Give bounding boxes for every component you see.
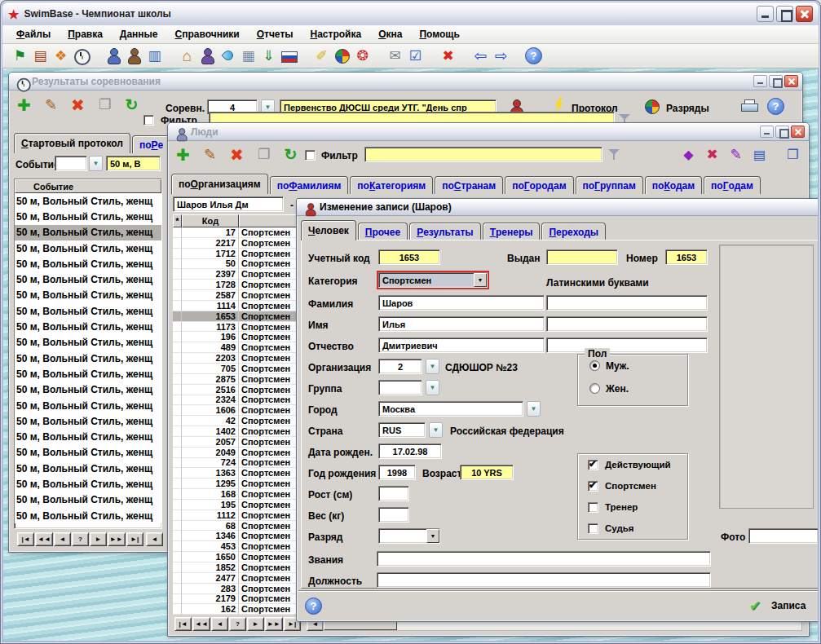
events-list-header[interactable]: Событие [15,179,161,193]
org-dropdown-button[interactable]: ▼ [426,359,439,374]
dialog-tab[interactable]: Человек [301,220,356,240]
group-dropdown-button[interactable]: ▼ [426,380,439,395]
nav-button[interactable]: ◄◄ [35,532,53,546]
sex-option[interactable]: Муж. [589,359,687,377]
filter-clear-icon[interactable]: ✖ [702,144,722,165]
edit-button[interactable]: ✎ [200,144,220,165]
person-icon[interactable] [104,46,124,66]
dialog-tab[interactable]: Переходы [541,223,606,240]
event-row[interactable]: 50 м, Вольный Стиль, женщ [15,193,161,209]
refresh-button[interactable]: ↻ [121,95,142,115]
checkbox[interactable] [588,481,598,492]
weight-field[interactable] [378,507,409,523]
surname-field[interactable]: Шаров [378,295,545,311]
checklist-icon[interactable]: ☑ [405,46,426,66]
flag-option[interactable]: Действующий [588,460,687,475]
flag-icon[interactable]: ⚑ [10,46,30,66]
birthdate-field[interactable]: 17.02.98 [378,443,442,459]
country-dropdown-button[interactable]: ▼ [429,422,443,438]
patronymic-field[interactable]: Дмитриевич [378,337,545,353]
results-minimize-button[interactable] [753,75,767,87]
height-field[interactable] [378,486,409,501]
medal-icon[interactable]: ❂ [352,46,373,66]
people-filter-checkbox[interactable] [305,150,316,161]
patronymic-latin-field[interactable] [546,337,708,353]
event-row[interactable]: 50 м, Вольный Стиль, женщ [15,366,161,382]
age-field[interactable]: 10 YRS [460,465,514,480]
pie-chart-icon[interactable] [332,46,352,66]
checkbox[interactable] [588,460,598,470]
russia-flag-icon[interactable] [279,46,299,66]
add-button[interactable]: ✚ [14,95,34,115]
category-combo[interactable]: Спортсмен ▼ [378,272,488,288]
event-row[interactable]: 50 м, Вольный Стиль, женщ [15,382,161,398]
event-row[interactable]: 50 м, Вольный Стиль, женщ [15,445,161,461]
event-dropdown-button[interactable]: ▼ [89,156,103,171]
grades-button[interactable]: Разряды [666,103,709,114]
group-field[interactable] [378,380,422,395]
structure-icon[interactable]: ❖ [51,46,71,66]
clock-icon[interactable] [71,46,91,66]
maximize-button[interactable] [776,6,793,22]
menu-item[interactable]: Справочники [175,29,240,40]
city-field[interactable]: Москва [378,401,523,417]
filter-edit-icon[interactable]: ✎ [726,144,746,165]
help-icon[interactable] [523,46,544,66]
dialog-tab[interactable]: Тренеры [483,223,541,240]
water-drop-icon[interactable] [218,46,238,66]
flag-option[interactable]: Спортсмен [588,481,687,496]
people-tab[interactable]: по Организациям [171,174,268,194]
people-funnel-icon[interactable] [608,148,620,161]
event-value-field[interactable]: 50 м, В [106,156,161,171]
radio[interactable] [589,360,600,371]
people-tab[interactable]: по Кодам [645,176,702,194]
people-filter-field[interactable] [364,147,603,162]
add-button[interactable]: ✚ [173,144,193,165]
ruler-icon[interactable]: ✐ [311,46,332,66]
nav-button[interactable]: ►| [126,532,143,546]
minimize-button[interactable] [757,6,774,22]
nav-button[interactable]: ? [229,617,246,631]
save-button[interactable]: Записа [771,600,806,611]
search-input[interactable]: Шаров Илья Дм [173,196,284,212]
dialog-tab[interactable]: Результаты [409,223,481,240]
copy-button[interactable]: ❐ [254,144,274,165]
col-code[interactable]: Код [182,214,239,227]
person-card-icon[interactable] [124,46,144,66]
people-icon[interactable] [197,46,218,66]
menu-item[interactable]: Настройка [311,29,362,40]
checkbox[interactable] [588,523,598,534]
pool-icon[interactable]: ▦ [238,46,258,66]
event-row[interactable]: 50 м, Вольный Стиль, женщ [15,256,161,271]
nav-button[interactable]: ◄◄ [192,617,210,631]
tower-icon[interactable]: ⇓ [258,46,279,66]
results-filter-checkbox[interactable] [143,115,154,126]
people-tab[interactable]: по Группам [576,176,643,194]
filter-apply-icon[interactable]: ◆ [678,144,699,165]
people-maximize-button[interactable] [775,126,789,138]
mail-icon[interactable]: ✉ [385,46,405,66]
account-field[interactable]: 1653 [378,249,440,265]
menu-item[interactable]: Данные [120,29,158,40]
results-tab[interactable]: Стартовый протокол [14,133,130,153]
number-field[interactable]: 1653 [665,249,708,265]
event-combo[interactable] [55,156,87,171]
nav-button[interactable]: ? [72,532,89,546]
nav-button[interactable]: ► [247,617,264,631]
menu-item[interactable]: Окна [378,29,402,40]
menu-item[interactable]: Правка [68,29,103,40]
checkbox[interactable] [588,502,598,513]
city-dropdown-button[interactable]: ▼ [527,401,541,417]
photo-field[interactable] [748,528,818,544]
event-row[interactable]: 50 м, Вольный Стиль, женщ [15,429,161,444]
nav-button[interactable]: ►► [265,617,283,631]
radio[interactable] [589,383,600,394]
event-row[interactable]: 50 м, Вольный Стиль, женщ [15,492,161,508]
events-hscroll-left[interactable]: ◄ [146,532,163,546]
event-row[interactable]: 50 м, Вольный Стиль, женщ [15,209,161,224]
print-icon[interactable] [741,99,757,113]
name-latin-field[interactable] [546,316,708,332]
flag-option[interactable]: Тренер [588,502,687,518]
sex-option[interactable]: Жен. [589,382,687,400]
people-tab[interactable]: по Странам [435,176,503,194]
